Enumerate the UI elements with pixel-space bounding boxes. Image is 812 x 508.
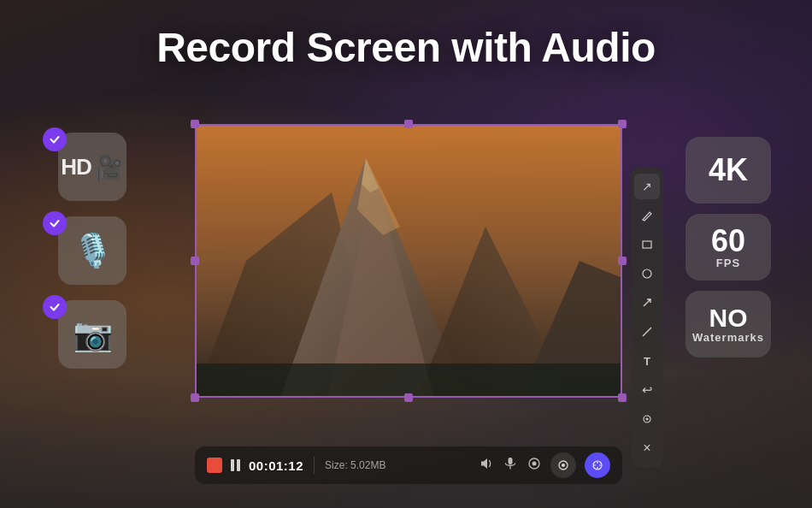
check-badge-audio [43,211,67,235]
svg-line-12 [643,328,651,336]
feature-audio: 🎙️ [51,216,127,285]
feature-hd-video: HD 🎥 [51,133,127,201]
svg-rect-15 [509,458,513,464]
features-left: HD 🎥 🎙️ 📷 [51,133,127,369]
handle-top-left[interactable] [191,120,199,128]
svg-point-14 [646,418,649,421]
tool-cursor[interactable]: ↗ [634,174,660,199]
badge-no-label: NO [709,305,748,331]
svg-point-18 [533,462,537,466]
svg-point-20 [562,464,565,467]
hd-text: HD [61,154,91,180]
volume-icon[interactable] [479,456,494,475]
capture-button[interactable] [550,452,576,478]
tool-circle[interactable] [634,261,660,286]
page-title: Record Screen with Audio [43,24,769,71]
handle-bottom-right[interactable] [618,393,627,402]
mic-icon[interactable] [503,456,518,475]
stop-button[interactable] [207,458,222,473]
handle-mid-bottom[interactable] [404,393,413,402]
badge-4k-label: 4K [709,155,748,186]
tool-arrow[interactable] [634,290,660,316]
control-bar: 00:01:12 Size: 5.02MB [195,446,622,484]
webcam-icon: 📷 [73,316,113,353]
handle-mid-left[interactable] [191,257,199,265]
tool-undo[interactable]: ↩ [634,377,660,403]
settings-button[interactable] [585,452,610,478]
svg-rect-9 [643,241,651,248]
screen-recording-area [195,124,622,398]
file-size-label: Size: 5.02MB [325,459,385,471]
pause-bar-2 [237,459,240,471]
tool-text[interactable]: T [634,348,660,374]
badge-watermark: NO Watermarks [685,291,771,357]
check-badge-webcam [43,295,67,319]
tool-rectangle[interactable] [634,232,660,257]
handle-mid-right[interactable] [618,257,627,265]
camera-icon: 🎥 [94,153,124,181]
divider-1 [314,457,315,474]
tool-color[interactable] [634,406,660,432]
features-right: 4K 60 FPS NO Watermarks [685,137,771,357]
drawing-toolbar: ↗ T ↩ × [631,167,663,468]
webcam-control-icon[interactable] [527,456,542,475]
tool-close[interactable]: × [634,435,660,461]
microphone-icon-box: 🎙️ [58,216,127,285]
badge-fps: 60 FPS [685,214,771,281]
tool-line[interactable] [634,319,660,345]
hd-video-icon-box: HD 🎥 [58,133,127,201]
screen-border [195,124,622,398]
tool-draw[interactable] [634,203,660,228]
svg-line-11 [644,299,650,306]
handle-mid-top[interactable] [404,120,413,128]
pause-bar-1 [231,459,234,471]
webcam-icon-box: 📷 [58,300,127,369]
pause-button[interactable] [231,459,240,471]
feature-webcam: 📷 [51,300,127,369]
handle-top-right[interactable] [618,120,627,128]
badge-4k: 4K [685,137,771,204]
microphone-icon: 🎙️ [73,232,113,269]
badge-fps-number: 60 [711,226,745,257]
check-badge-hd [43,127,67,151]
recording-timer: 00:01:12 [249,458,303,473]
badge-fps-label: FPS [716,257,740,269]
svg-point-10 [643,269,651,278]
badge-watermarks-label: Watermarks [692,331,764,344]
handle-bottom-left[interactable] [191,393,199,402]
